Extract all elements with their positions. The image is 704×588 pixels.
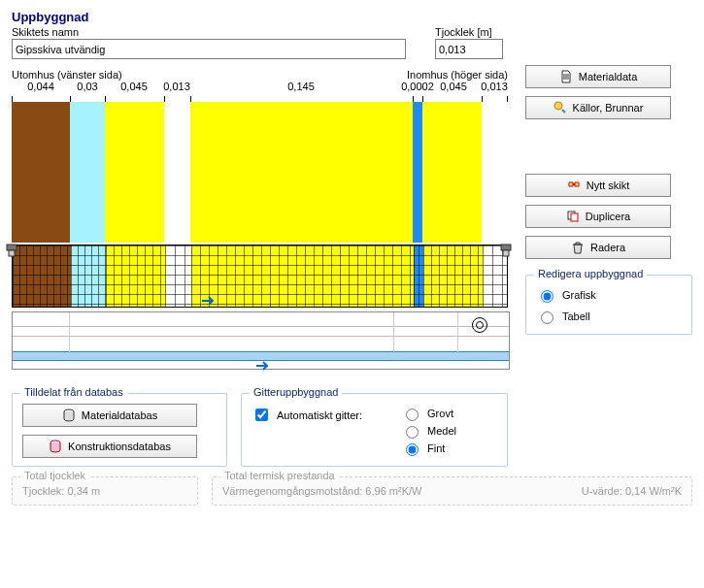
- konstruktionsdatabas-button[interactable]: Konstruktionsdatabas: [22, 435, 197, 458]
- arrow-icon[interactable]: [201, 294, 217, 310]
- bulb-icon: [553, 101, 567, 114]
- layer-seg-6[interactable]: [422, 102, 482, 243]
- thickness-label: Tjocklek [m]: [435, 26, 503, 38]
- gitter-medel-radio[interactable]: Medel: [401, 423, 456, 439]
- gitter-fint-radio[interactable]: Fint: [401, 441, 456, 456]
- nytt-skikt-button[interactable]: Nytt skikt: [525, 174, 671, 197]
- layer-seg-0[interactable]: [12, 102, 70, 243]
- layer-name-label: Skiktets namn: [12, 26, 406, 38]
- trash-icon: [571, 241, 585, 254]
- total-tjocklek-title: Total tjocklek: [20, 470, 89, 481]
- handle-left-icon[interactable]: [5, 243, 20, 258]
- duplicera-button[interactable]: Duplicera: [525, 205, 671, 228]
- page-title: Uppbyggnad: [12, 10, 692, 24]
- total-tjocklek-value: Tjocklek: 0,34 m: [22, 485, 187, 497]
- document-icon: [559, 70, 573, 83]
- arrow-down-icon[interactable]: [255, 359, 271, 375]
- materialdatabas-button[interactable]: Materialdatabas: [22, 404, 197, 427]
- layer-seg-3[interactable]: [164, 102, 190, 243]
- auto-gitter-checkbox[interactable]: Automatiskt gitter:: [251, 406, 362, 424]
- svg-point-6: [554, 102, 562, 110]
- layer-name-input[interactable]: [12, 39, 406, 59]
- motstand-value: Värmegenomgångsmotstånd: 6,96 m²K/W: [222, 485, 421, 497]
- kallor-brunnar-button[interactable]: Källor, Brunnar: [525, 96, 671, 119]
- layer-seg-2[interactable]: [105, 102, 164, 243]
- database-icon: [62, 408, 76, 422]
- gitter-grovt-radio[interactable]: Grovt: [401, 406, 456, 421]
- edit-tabell-radio[interactable]: Tabell: [536, 309, 682, 324]
- layer-seg-7[interactable]: [482, 102, 508, 243]
- thickness-input[interactable]: [435, 39, 503, 59]
- layer-tick-marks: [12, 96, 508, 102]
- database-red-icon: [49, 440, 62, 453]
- grid-seg-6: [423, 245, 483, 307]
- svg-rect-2: [501, 245, 511, 250]
- gitter-group-title: Gitteruppbyggnad: [250, 386, 342, 398]
- radera-button[interactable]: Radera: [525, 236, 671, 259]
- uvarde-value: U-värde: 0,14 W/m²K: [582, 485, 682, 497]
- layer-seg-4[interactable]: [190, 102, 413, 243]
- edit-grafisk-radio[interactable]: Grafisk: [536, 287, 682, 303]
- grid-seg-3: [165, 245, 191, 307]
- grid-seg-0: [13, 245, 71, 307]
- new-layer-icon: [567, 179, 581, 192]
- layer-seg-1[interactable]: [70, 102, 105, 243]
- grid-seg-1: [71, 245, 106, 307]
- axis-right-label: Inomhus (höger sida): [407, 69, 508, 81]
- axis-left-label: Utomhus (vänster sida): [12, 69, 122, 81]
- grid-seg-4: [191, 245, 414, 307]
- target-icon[interactable]: [472, 317, 487, 333]
- layer-seg-5[interactable]: [413, 102, 422, 243]
- grid-seg-2: [106, 245, 165, 307]
- total-termisk-title: Total termisk prestanda: [220, 470, 339, 481]
- handle-right-icon[interactable]: [499, 243, 515, 258]
- duplicate-icon: [566, 210, 580, 223]
- svg-rect-8: [571, 213, 578, 221]
- db-group-title: Tilldelat från databas: [20, 386, 127, 398]
- edit-group-title: Redigera uppbyggnad: [534, 268, 647, 279]
- layer-preview[interactable]: [12, 102, 508, 243]
- materialdata-button[interactable]: Materialdata: [525, 65, 671, 88]
- svg-rect-1: [9, 250, 15, 256]
- svg-rect-0: [7, 245, 17, 250]
- grid-seg-5: [414, 245, 423, 307]
- layer-tick-labels: 0,044 0,03 0,045 0,013 0,145 0,0002 0,04…: [12, 81, 508, 96]
- section-preview[interactable]: [12, 311, 510, 370]
- svg-rect-3: [503, 250, 509, 256]
- grid-preview[interactable]: [12, 245, 508, 308]
